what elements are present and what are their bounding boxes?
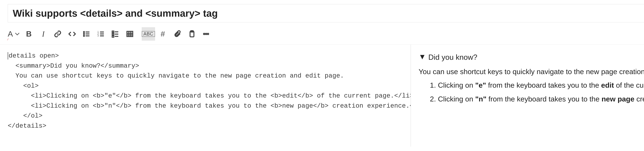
bold-action: new page (602, 95, 634, 103)
page-title-input[interactable] (8, 4, 644, 22)
list-item: Clicking on "n" from the keyboard takes … (438, 93, 644, 105)
code-icon[interactable] (66, 27, 79, 41)
hash-icon[interactable]: # (156, 27, 170, 41)
disclosure-triangle-icon: ▼ (418, 50, 426, 63)
text: Clicking on (438, 95, 475, 103)
font-icon[interactable]: A⁄ (8, 27, 21, 41)
bold-key: "n" (475, 95, 486, 103)
checklist-icon[interactable] (109, 27, 122, 41)
wiki-edit-page: Close Save A⁄ B I 123 (0, 0, 644, 151)
preview-pane: ▼Did you know? You can use shortcut keys… (411, 45, 644, 146)
text: of the current page. (614, 81, 644, 89)
svg-point-31 (204, 33, 205, 35)
svg-point-8 (84, 33, 84, 35)
more-icon[interactable] (200, 27, 213, 41)
svg-point-6 (84, 32, 84, 33)
bold-action: edit (601, 81, 614, 89)
src-line-6: <li>Clicking on <b>"n"</b> from the keyb… (8, 102, 411, 110)
svg-point-33 (207, 33, 209, 35)
text: creation experience. (634, 95, 644, 103)
bullet-list-icon[interactable] (80, 27, 93, 41)
text: from the keyboard takes you to the (486, 95, 602, 103)
italic-icon[interactable]: I (36, 27, 50, 41)
editor-toolbar: A⁄ B I 123 ABC # (0, 27, 644, 45)
link-icon[interactable] (51, 27, 64, 41)
svg-rect-20 (112, 33, 114, 35)
text: Clicking on (438, 81, 475, 89)
src-line-4: <ol> (8, 82, 39, 90)
summary-text: Did you know? (428, 53, 477, 61)
editor-split: details open> <summary>Did you know?</su… (0, 45, 644, 146)
clipboard-icon[interactable] (185, 27, 198, 41)
table-icon[interactable] (123, 27, 136, 41)
numbered-list-icon[interactable]: 123 (94, 27, 108, 41)
abc-preview-icon[interactable]: ABC (142, 27, 155, 41)
list-item: Clicking on "e" from the keyboard takes … (438, 79, 644, 91)
src-line-5: <li>Clicking on <b>"e"</b> from the keyb… (8, 92, 411, 99)
preview-list: Clicking on "e" from the keyboard takes … (418, 79, 644, 105)
src-line-3: You can use shortcut keys to quickly nav… (8, 72, 344, 79)
src-line-7: </ol> (8, 112, 42, 119)
bold-key: "e" (475, 81, 486, 89)
src-line-8: </details> (8, 122, 46, 129)
svg-rect-18 (112, 31, 114, 33)
attachment-icon[interactable] (170, 27, 184, 41)
svg-text:3: 3 (98, 35, 99, 37)
src-line-1: details open> (9, 52, 59, 60)
preview-paragraph: You can use shortcut keys to quickly nav… (418, 65, 644, 78)
markdown-source-pane[interactable]: details open> <summary>Did you know?</su… (0, 45, 411, 146)
details-summary[interactable]: ▼Did you know? (418, 51, 644, 64)
text: from the keyboard takes you to the (486, 81, 601, 89)
title-row: Close Save (0, 0, 644, 27)
src-line-2: <summary>Did you know?</summary> (8, 62, 139, 70)
svg-point-10 (84, 35, 84, 36)
svg-rect-24 (127, 31, 133, 37)
svg-point-32 (206, 33, 207, 35)
svg-rect-22 (112, 36, 114, 37)
bold-icon[interactable]: B (22, 27, 36, 41)
